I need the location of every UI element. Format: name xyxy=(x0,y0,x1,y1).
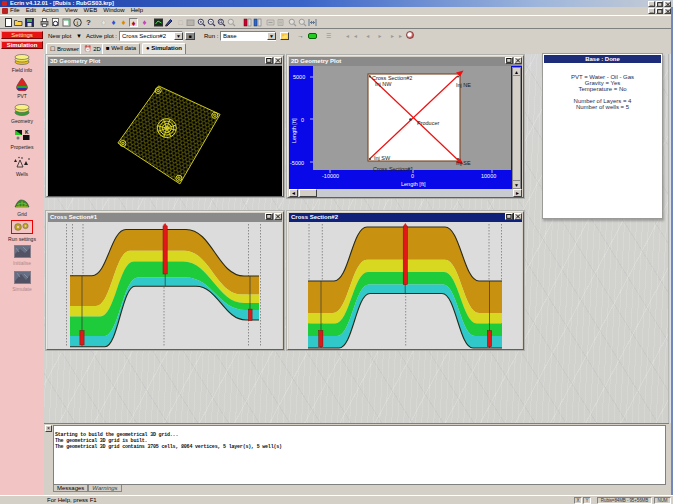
svg-text:5000: 5000 xyxy=(293,74,305,80)
svg-text:Length [ft]: Length [ft] xyxy=(291,118,297,143)
svg-text:Cross Section#1: Cross Section#1 xyxy=(373,166,413,172)
svg-text:Inj SW: Inj SW xyxy=(374,155,391,161)
svg-text:Producer: Producer xyxy=(417,120,439,126)
svg-text:-10000: -10000 xyxy=(322,173,339,179)
svg-text:Inj SE: Inj SE xyxy=(456,160,471,166)
svg-text:i: i xyxy=(77,19,79,26)
svg-text:0: 0 xyxy=(301,117,304,123)
svg-text:Inj NE: Inj NE xyxy=(456,82,471,88)
svg-text:0: 0 xyxy=(411,173,414,179)
svg-text:Inj NW: Inj NW xyxy=(375,81,392,87)
svg-text:Length [ft]: Length [ft] xyxy=(401,181,426,187)
svg-text:K: K xyxy=(25,129,29,135)
svg-text:-5000: -5000 xyxy=(290,160,304,166)
svg-text:10000: 10000 xyxy=(481,173,496,179)
